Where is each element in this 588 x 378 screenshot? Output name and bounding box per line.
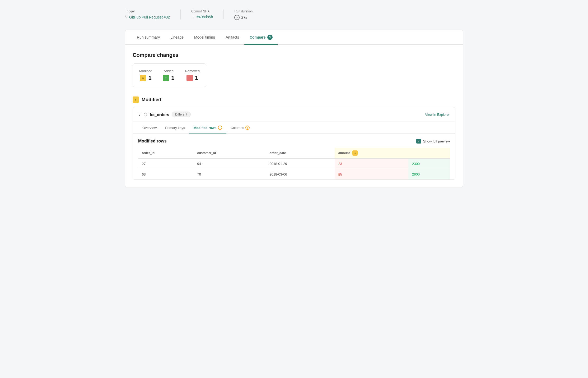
model-tab-primary-keys[interactable]: Primary keys bbox=[161, 122, 189, 133]
modified-heading: Modified bbox=[142, 97, 161, 103]
cell-customer-id: 94 bbox=[194, 159, 266, 169]
modified-count: 1 bbox=[148, 75, 151, 81]
header-bar: Trigger ⑂ GitHub Pull Request #32 Commit… bbox=[125, 5, 463, 25]
col-amount-new-header bbox=[408, 148, 450, 159]
tab-model-timing[interactable]: Model timing bbox=[189, 30, 220, 44]
tab-artifacts-label: Artifacts bbox=[226, 35, 239, 39]
tab-compare-label: Compare bbox=[250, 35, 266, 39]
added-count: 1 bbox=[171, 75, 174, 81]
clock-icon: ⊙ bbox=[234, 15, 240, 20]
removed-label: Removed bbox=[185, 69, 200, 73]
tab-run-summary-label: Run summary bbox=[137, 35, 160, 39]
main-card: Run summary Lineage Model timing Artifac… bbox=[125, 30, 463, 187]
modified-section-icon: ● bbox=[133, 96, 139, 103]
duration-section: Run duration ⊙ 27s bbox=[234, 10, 263, 20]
summary-removed: Removed − 1 bbox=[185, 69, 200, 81]
cell-amount-new: 2300 bbox=[408, 159, 450, 169]
status-badge: Different bbox=[172, 112, 190, 117]
table-section-header: Modified rows ✓ Show full preview bbox=[138, 139, 450, 144]
table-section-title: Modified rows bbox=[138, 139, 167, 144]
table-section: Modified rows ✓ Show full preview order_… bbox=[133, 133, 455, 179]
trigger-label: Trigger bbox=[125, 10, 170, 13]
model-card-header: ∨ ⬡ fct_orders Different View in Explore… bbox=[133, 107, 455, 122]
model-tabs-bar: Overview Primary keys Modified rows ! Co… bbox=[133, 122, 455, 133]
removed-icon: − bbox=[186, 75, 193, 81]
compare-section-title: Compare changes bbox=[133, 52, 455, 58]
added-label: Added bbox=[164, 69, 174, 73]
duration-label: Run duration bbox=[234, 10, 253, 13]
modified-rows-table: order_id customer_id order_date amount ● bbox=[138, 148, 450, 179]
removed-count: 1 bbox=[195, 75, 198, 81]
col-order-id: order_id bbox=[138, 148, 194, 159]
tab-lineage[interactable]: Lineage bbox=[165, 30, 189, 44]
cell-order-id: 63 bbox=[138, 169, 194, 180]
modified-label: Modified bbox=[139, 69, 152, 73]
show-full-preview-checkbox[interactable]: ✓ bbox=[416, 139, 421, 144]
col-amount: amount ● bbox=[335, 148, 408, 159]
tab-lineage-label: Lineage bbox=[170, 35, 184, 39]
commit-label: Commit SHA bbox=[191, 10, 213, 13]
summary-added: Added + 1 bbox=[163, 69, 174, 81]
modified-icon: ● bbox=[140, 75, 146, 81]
model-tab-columns[interactable]: Columns ! bbox=[226, 122, 254, 133]
commit-section: Commit SHA → #40bd85b bbox=[191, 10, 224, 19]
col-order-date: order_date bbox=[266, 148, 334, 159]
summary-card: Modified ● 1 Added + 1 Removed bbox=[133, 63, 206, 87]
duration-value: 27s bbox=[241, 15, 247, 20]
model-name: fct_orders bbox=[150, 112, 169, 117]
col-customer-id: customer_id bbox=[194, 148, 266, 159]
model-tab-modified-rows[interactable]: Modified rows ! bbox=[189, 122, 226, 133]
cell-amount-new: 2900 bbox=[408, 169, 450, 180]
modified-rows-warning-icon: ! bbox=[218, 126, 222, 130]
show-full-preview[interactable]: ✓ Show full preview bbox=[416, 139, 450, 144]
model-tab-primary-keys-label: Primary keys bbox=[165, 126, 185, 130]
model-tab-columns-label: Columns bbox=[231, 126, 244, 130]
model-cube-icon: ⬡ bbox=[143, 112, 147, 117]
summary-modified: Modified ● 1 bbox=[139, 69, 152, 81]
trigger-link[interactable]: GitHub Pull Request #32 bbox=[129, 15, 170, 19]
columns-warning-icon: ! bbox=[245, 126, 250, 130]
tab-model-timing-label: Model timing bbox=[194, 35, 215, 39]
model-tab-overview-label: Overview bbox=[142, 126, 157, 130]
amount-modified-dot: ● bbox=[352, 150, 358, 156]
tab-compare[interactable]: Compare 3 bbox=[244, 30, 278, 45]
show-full-preview-label: Show full preview bbox=[423, 139, 450, 143]
content-area: Compare changes Modified ● 1 Added + 1 bbox=[125, 45, 463, 180]
compare-badge: 3 bbox=[267, 35, 273, 40]
col-amount-label: amount bbox=[338, 151, 350, 155]
table-row: 63 70 2018-03-06 25 2900 bbox=[138, 169, 450, 180]
tabs-bar: Run summary Lineage Model timing Artifac… bbox=[125, 30, 463, 45]
cell-amount-old: 25 bbox=[335, 169, 408, 180]
added-icon: + bbox=[163, 75, 169, 81]
view-explorer-link[interactable]: View in Explorer bbox=[425, 113, 450, 117]
tab-run-summary[interactable]: Run summary bbox=[132, 30, 165, 44]
commit-link[interactable]: #40bd85b bbox=[197, 15, 213, 19]
modified-section: ● Modified ∨ ⬡ fct_orders Different View… bbox=[133, 96, 455, 180]
cell-order-date: 2018-03-06 bbox=[266, 169, 334, 180]
commit-icon: → bbox=[191, 15, 195, 19]
table-row: 27 94 2018-01-29 23 2300 bbox=[138, 159, 450, 169]
model-tab-modified-rows-label: Modified rows bbox=[193, 126, 216, 130]
modified-header: ● Modified bbox=[133, 96, 455, 103]
trigger-section: Trigger ⑂ GitHub Pull Request #32 bbox=[125, 10, 181, 20]
tab-artifacts[interactable]: Artifacts bbox=[220, 30, 244, 44]
cell-customer-id: 70 bbox=[194, 169, 266, 180]
cell-order-id: 27 bbox=[138, 159, 194, 169]
cell-amount-old: 23 bbox=[335, 159, 408, 169]
model-tab-overview[interactable]: Overview bbox=[138, 122, 161, 133]
model-card: ∨ ⬡ fct_orders Different View in Explore… bbox=[133, 107, 455, 180]
cell-order-date: 2018-01-29 bbox=[266, 159, 334, 169]
pr-icon: ⑂ bbox=[125, 15, 128, 20]
chevron-down-icon[interactable]: ∨ bbox=[138, 112, 141, 117]
model-card-left: ∨ ⬡ fct_orders Different bbox=[138, 112, 191, 117]
